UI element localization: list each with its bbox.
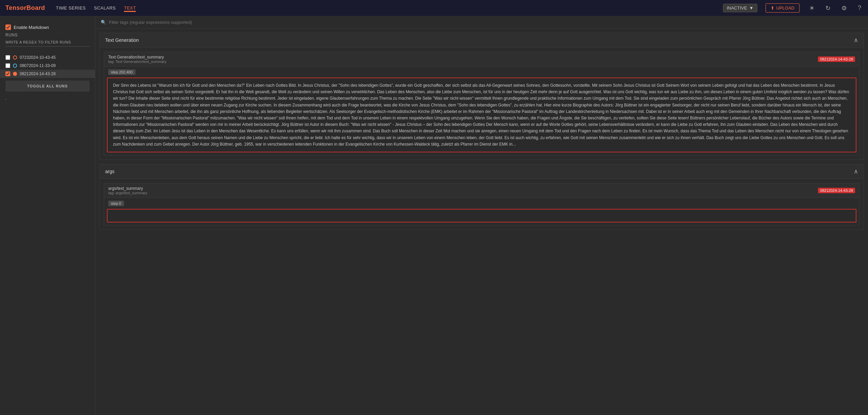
run-checkbox-1[interactable] bbox=[5, 55, 10, 60]
args-toggle[interactable]: ∧ bbox=[854, 168, 858, 175]
nav-text[interactable]: TEXT bbox=[124, 4, 136, 12]
filter-bar: 🔍 bbox=[95, 16, 868, 29]
args-card: args/text_summary tag: args/text_summary… bbox=[104, 183, 859, 226]
app-logo: TensorBoard bbox=[5, 4, 45, 12]
upload-button[interactable]: ⬆ UPLOAD bbox=[766, 3, 800, 13]
upload-label: UPLOAD bbox=[776, 5, 794, 11]
upload-icon: ⬆ bbox=[771, 5, 774, 11]
run-item-3[interactable]: 08212024-14-43-28 bbox=[0, 70, 95, 78]
main-content: 🔍 Text Generation ∧ Text Generation/text… bbox=[95, 16, 868, 415]
sidebar: Enable Markdown Runs Write a regex to fi… bbox=[0, 16, 95, 415]
tg-card-content: step 202,400 Der Sinn des Lebens ist "Wa… bbox=[104, 67, 859, 152]
args-step-badge: step 0 bbox=[108, 201, 124, 206]
args-title: args bbox=[105, 169, 114, 174]
args-card-title: args/text_summary bbox=[108, 186, 147, 191]
chevron-down-icon: ▼ bbox=[749, 5, 754, 11]
status-selector[interactable]: INACTIVE ▼ bbox=[723, 4, 757, 12]
run-label-2: 08072024-11-33-09 bbox=[20, 63, 55, 68]
tg-card-title: Text Generation/text_summary bbox=[108, 55, 166, 60]
runs-label: Runs bbox=[5, 33, 90, 37]
run-dot-1 bbox=[13, 55, 17, 60]
filter-runs-label: Write a regex to filter runs bbox=[5, 40, 90, 44]
search-icon: 🔍 bbox=[101, 20, 106, 25]
text-generation-title: Text Generation bbox=[105, 37, 139, 43]
args-card-content: step 0 bbox=[104, 198, 859, 222]
text-generation-section: Text Generation ∧ Text Generation/text_s… bbox=[99, 33, 864, 160]
refresh-button[interactable]: ↻ bbox=[824, 3, 832, 13]
theme-button[interactable]: ☀ bbox=[808, 3, 816, 13]
run-checkbox-3[interactable] bbox=[5, 71, 10, 76]
tg-card: Text Generation/text_summary tag: Text G… bbox=[104, 52, 859, 155]
tg-text-paragraph: Der Sinn des Lebens ist "Warum bin ich f… bbox=[113, 82, 850, 148]
status-label: INACTIVE bbox=[727, 5, 747, 11]
tg-card-header: Text Generation/text_summary tag: Text G… bbox=[104, 52, 859, 67]
run-checkbox-2[interactable] bbox=[5, 63, 10, 68]
args-card-timestamp: 08212024-14-43-28 bbox=[818, 188, 855, 193]
tg-text-content[interactable]: Der Sinn des Lebens ist "Warum bin ich f… bbox=[107, 78, 856, 152]
enable-markdown-checkbox[interactable] bbox=[5, 24, 11, 30]
toggle-all-button[interactable]: TOGGLE ALL RUNS bbox=[5, 81, 90, 92]
run-label-3: 08212024-14-43-28 bbox=[20, 71, 55, 76]
nav-scalars[interactable]: SCALARS bbox=[94, 4, 116, 12]
args-card-header: args/text_summary tag: args/text_summary… bbox=[104, 183, 859, 198]
filter-tags-input[interactable] bbox=[109, 20, 863, 25]
args-text-content[interactable] bbox=[107, 209, 856, 222]
run-dot-2 bbox=[13, 64, 17, 68]
run-item-1[interactable]: 07232024-10-43-45 bbox=[0, 53, 95, 62]
top-nav: TensorBoard TIME SERIES SCALARS TEXT INA… bbox=[0, 0, 868, 16]
args-card-tag: tag: args/text_summary bbox=[108, 191, 147, 195]
tg-card-timestamp: 08212024-14-43-28 bbox=[818, 56, 855, 62]
run-dot-3 bbox=[13, 72, 17, 76]
enable-markdown-row: Enable Markdown bbox=[0, 22, 95, 33]
args-header: args ∧ bbox=[100, 164, 864, 179]
help-button[interactable]: ? bbox=[856, 3, 863, 13]
enable-markdown-label[interactable]: Enable Markdown bbox=[14, 25, 49, 30]
run-item-2[interactable]: 08072024-11-33-09 bbox=[0, 62, 95, 70]
tg-step-badge: step 202,400 bbox=[108, 69, 135, 75]
settings-button[interactable]: ⚙ bbox=[840, 3, 848, 13]
nav-time-series[interactable]: TIME SERIES bbox=[56, 4, 86, 12]
text-generation-header: Text Generation ∧ bbox=[100, 33, 864, 48]
run-label-1: 07232024-10-43-45 bbox=[20, 55, 55, 60]
args-section: args ∧ args/text_summary tag: args/text_… bbox=[99, 164, 864, 230]
text-generation-toggle[interactable]: ∧ bbox=[854, 36, 858, 44]
tg-card-tag: tag: Text Generation/text_summary bbox=[108, 60, 166, 64]
